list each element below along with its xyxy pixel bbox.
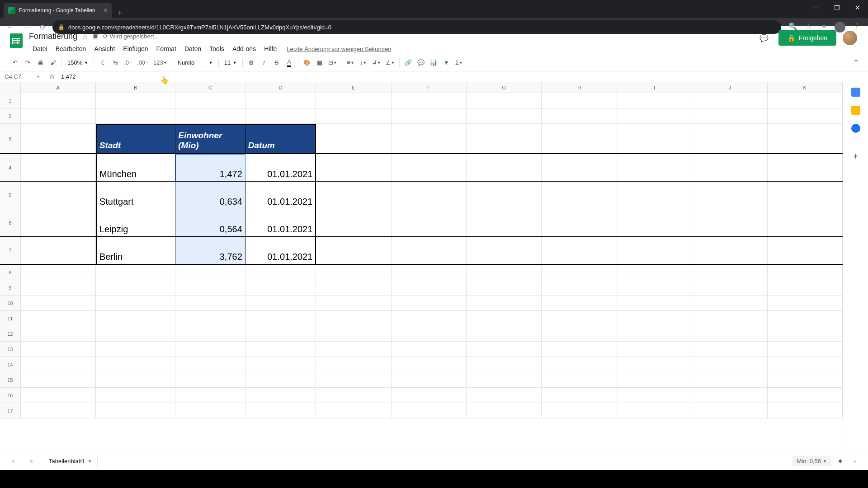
cell[interactable]	[467, 108, 542, 123]
cell[interactable]	[392, 357, 467, 372]
merge-cells-button[interactable]: ⊟▼	[326, 57, 339, 69]
filter-button[interactable]: ▼	[440, 57, 452, 69]
minimize-button[interactable]: ─	[806, 0, 826, 15]
row-header[interactable]: 2	[0, 108, 21, 123]
cell[interactable]: 01.01.2021	[245, 154, 316, 181]
cell[interactable]	[21, 154, 96, 181]
cell[interactable]	[542, 93, 617, 108]
cell[interactable]	[542, 209, 617, 236]
cell[interactable]	[467, 357, 542, 372]
comment-button[interactable]: 💬	[415, 57, 427, 69]
cell[interactable]	[542, 388, 617, 403]
add-sheet-button[interactable]: +	[7, 455, 19, 467]
cell[interactable]	[392, 237, 467, 264]
cell[interactable]	[467, 237, 542, 264]
cell[interactable]	[245, 357, 316, 372]
cell[interactable]	[392, 403, 467, 418]
maximize-button[interactable]: ❐	[826, 0, 847, 15]
cell[interactable]	[542, 403, 617, 418]
cell[interactable]	[768, 124, 843, 153]
cell[interactable]	[692, 280, 767, 295]
increase-decimal-button[interactable]: .00→	[135, 57, 151, 69]
cell[interactable]	[768, 326, 843, 341]
cell[interactable]	[542, 182, 617, 209]
cell[interactable]	[96, 296, 175, 310]
decrease-decimal-button[interactable]: .0←	[122, 57, 134, 69]
cell[interactable]	[21, 124, 96, 153]
functions-button[interactable]: Σ▼	[453, 57, 465, 69]
cell[interactable]	[21, 265, 96, 280]
cell[interactable]	[175, 357, 245, 372]
cell[interactable]: 0,634	[175, 182, 245, 209]
cell[interactable]	[467, 93, 542, 108]
move-to-drive-icon[interactable]: ▣	[93, 33, 99, 40]
cell[interactable]	[245, 280, 316, 295]
side-panel-toggle[interactable]: ‹	[849, 455, 861, 467]
cell[interactable]	[316, 372, 391, 387]
cell[interactable]	[245, 93, 316, 108]
cell[interactable]	[692, 326, 767, 341]
cell[interactable]	[542, 296, 617, 310]
cell[interactable]	[96, 372, 175, 387]
cell[interactable]	[467, 342, 542, 357]
percent-button[interactable]: %	[109, 57, 121, 69]
cell[interactable]	[316, 342, 391, 357]
font-size-select[interactable]: 11▼	[222, 57, 240, 69]
cell[interactable]	[21, 388, 96, 403]
cell[interactable]	[467, 403, 542, 418]
col-header[interactable]: G	[467, 82, 542, 93]
menu-daten[interactable]: Daten	[181, 43, 205, 54]
cell[interactable]: 0,564	[175, 209, 245, 236]
text-color-button[interactable]: A	[283, 57, 295, 69]
cell[interactable]	[392, 311, 467, 326]
row-header[interactable]: 8	[0, 265, 21, 280]
cell[interactable]	[245, 326, 316, 341]
cell[interactable]	[316, 280, 391, 295]
cell[interactable]	[392, 93, 467, 108]
cell[interactable]	[96, 93, 175, 108]
cell[interactable]	[175, 280, 245, 295]
cell[interactable]	[692, 182, 767, 209]
cell[interactable]	[316, 311, 391, 326]
cell[interactable]	[542, 154, 617, 181]
cell[interactable]	[316, 182, 391, 209]
cell[interactable]	[768, 296, 843, 310]
cell[interactable]	[617, 326, 692, 341]
cell[interactable]	[21, 372, 96, 387]
browser-tab[interactable]: Formatierung - Google Tabellen ×	[4, 3, 112, 18]
cell[interactable]	[245, 311, 316, 326]
cell[interactable]	[21, 209, 96, 236]
cell[interactable]	[467, 182, 542, 209]
menu-addons[interactable]: Add-ons	[229, 43, 259, 54]
cell[interactable]	[617, 237, 692, 264]
cell[interactable]	[617, 388, 692, 403]
row-header[interactable]: 9	[0, 280, 21, 295]
cell[interactable]	[316, 388, 391, 403]
cell[interactable]	[467, 265, 542, 280]
cell[interactable]	[96, 357, 175, 372]
cell[interactable]	[316, 296, 391, 310]
cell[interactable]	[21, 357, 96, 372]
cell[interactable]	[175, 311, 245, 326]
cell[interactable]	[316, 124, 391, 153]
all-sheets-button[interactable]: ≡	[25, 455, 37, 467]
cell[interactable]	[245, 108, 316, 123]
cell[interactable]	[96, 326, 175, 341]
cell[interactable]: Berlin	[96, 237, 175, 264]
cell[interactable]	[392, 296, 467, 310]
cell[interactable]: 3,762	[175, 237, 245, 264]
chart-button[interactable]: 📊	[428, 57, 439, 69]
cell[interactable]	[692, 108, 767, 123]
cell[interactable]	[768, 280, 843, 295]
cell[interactable]	[617, 296, 692, 310]
italic-button[interactable]: I	[258, 57, 270, 69]
fill-color-button[interactable]: 🎨	[301, 57, 313, 69]
account-avatar[interactable]	[843, 31, 857, 45]
menu-einfuegen[interactable]: Einfügen	[119, 43, 151, 54]
menu-ansicht[interactable]: Ansicht	[90, 43, 118, 54]
col-header[interactable]: I	[617, 82, 692, 93]
col-header[interactable]: J	[692, 82, 767, 93]
cell[interactable]	[692, 265, 767, 280]
row-header[interactable]: 16	[0, 388, 21, 403]
row-header[interactable]: 15	[0, 372, 21, 387]
